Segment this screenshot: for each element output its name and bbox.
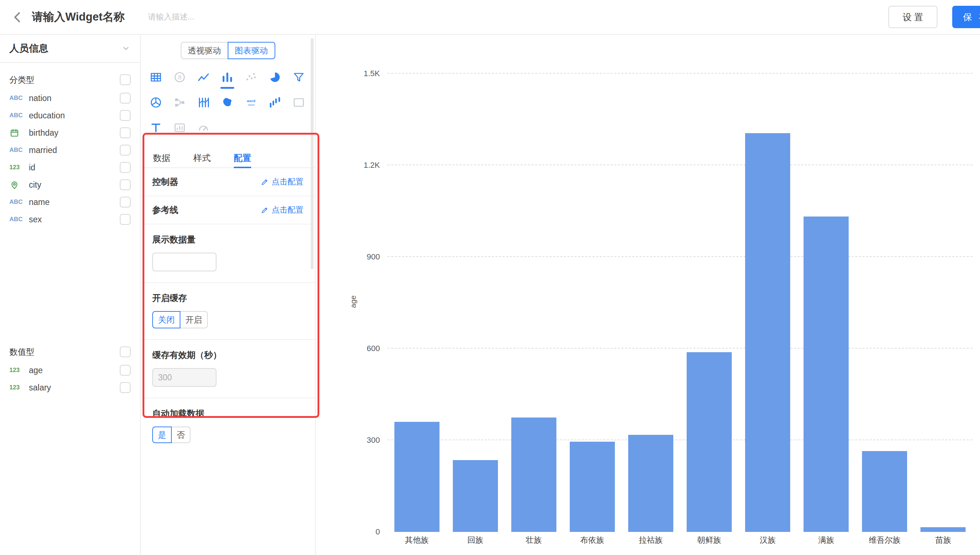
- field-row-birthday[interactable]: birthday: [0, 124, 140, 141]
- bar-其他族[interactable]: [394, 422, 439, 532]
- field-row-nation[interactable]: ABC nation: [0, 90, 140, 107]
- y-tick-label: 600: [367, 344, 380, 353]
- chevron-left-icon: [11, 10, 24, 24]
- field-row-name[interactable]: ABC name: [0, 193, 140, 211]
- dataset-header[interactable]: 人员信息: [0, 35, 140, 63]
- tab-config[interactable]: 配置: [234, 149, 251, 167]
- bar-拉祜族[interactable]: [628, 435, 673, 532]
- rose-chart-icon[interactable]: [148, 95, 164, 111]
- save-button[interactable]: 保 存: [952, 6, 980, 28]
- bar-壮族[interactable]: [511, 417, 556, 532]
- waterfall-chart-icon[interactable]: [267, 95, 283, 111]
- cache-ttl-input[interactable]: [152, 368, 216, 387]
- bar-朝鲜族[interactable]: [687, 352, 732, 532]
- auto-load-toggle-group: 是 否: [152, 427, 191, 443]
- field-row-id[interactable]: 123 id: [0, 159, 140, 176]
- string-field-icon: ABC: [10, 146, 29, 154]
- y-tick-label: 1.2K: [364, 160, 380, 170]
- bar-chart-icon[interactable]: [219, 69, 235, 85]
- text-chart-icon[interactable]: [148, 120, 164, 136]
- auto-load-no-button[interactable]: 否: [171, 427, 191, 443]
- field-checkbox[interactable]: [120, 382, 131, 393]
- field-list: 分类型 ABC nation ABC education birthday AB…: [0, 63, 140, 396]
- iframe-chart-icon[interactable]: [291, 95, 307, 111]
- cache-ttl-label: 缓存有效期（秒）: [152, 349, 303, 361]
- scatter-chart-icon[interactable]: [243, 69, 259, 85]
- group-checkbox[interactable]: [120, 346, 131, 357]
- svg-text:8: 8: [178, 74, 181, 80]
- pivot-driver-button[interactable]: 透视驱动: [181, 42, 228, 59]
- chevron-down-icon[interactable]: [121, 44, 131, 53]
- parallel-chart-icon[interactable]: [195, 95, 211, 111]
- gauge-chart-icon[interactable]: [195, 120, 211, 136]
- field-name: city: [29, 180, 42, 190]
- field-row-city[interactable]: city: [0, 176, 140, 193]
- field-name: married: [29, 146, 57, 155]
- field-checkbox[interactable]: [120, 145, 131, 156]
- x-axis-label: 朝鲜族: [680, 535, 738, 545]
- cache-on-button[interactable]: 开启: [180, 311, 208, 328]
- chart-driver-button[interactable]: 图表驱动: [228, 42, 275, 59]
- tab-data[interactable]: 数据: [153, 149, 170, 167]
- bar-苗族[interactable]: [921, 527, 966, 532]
- panel-tabs: 数据 样式 配置: [141, 149, 315, 168]
- bar-布依族[interactable]: [570, 442, 615, 532]
- group-label: 分类型: [10, 74, 34, 85]
- cache-label: 开启缓存: [152, 292, 303, 304]
- field-row-married[interactable]: ABC married: [0, 141, 140, 159]
- table-chart-icon[interactable]: [148, 69, 164, 85]
- field-row-sex[interactable]: ABC sex: [0, 211, 140, 228]
- sankey-chart-icon[interactable]: [172, 95, 187, 111]
- number-field-icon: 123: [10, 384, 29, 391]
- x-axis-label: 维吾尔族: [855, 535, 914, 545]
- field-row-age[interactable]: 123 age: [0, 362, 140, 379]
- panel-scrollbar-thumb[interactable]: [311, 38, 314, 269]
- x-axis-label: 回族: [446, 535, 504, 545]
- controller-configure-link[interactable]: 点击配置: [261, 176, 303, 187]
- field-name: age: [29, 366, 43, 375]
- field-checkbox[interactable]: [120, 197, 131, 207]
- field-checkbox[interactable]: [120, 93, 131, 104]
- group-checkbox[interactable]: [120, 74, 131, 85]
- bar-回族[interactable]: [453, 460, 498, 532]
- field-checkbox[interactable]: [120, 365, 131, 375]
- tab-style[interactable]: 样式: [194, 149, 211, 167]
- field-name: salary: [29, 383, 51, 393]
- widget-name-input[interactable]: [32, 10, 140, 24]
- display-count-input[interactable]: [152, 253, 216, 271]
- reference-line-configure-label: 点击配置: [272, 205, 303, 215]
- field-checkbox[interactable]: [120, 180, 131, 190]
- cache-toggle-section: 开启缓存 关闭 开启: [141, 283, 315, 340]
- china-map-chart-icon[interactable]: [219, 95, 235, 111]
- reference-line-configure-link[interactable]: 点击配置: [261, 205, 303, 215]
- field-row-education[interactable]: ABC education: [0, 107, 140, 124]
- auto-load-yes-button[interactable]: 是: [152, 427, 172, 443]
- x-labels: 其他族回族壮族布依族拉祜族朝鲜族汉族满族维吾尔族苗族: [388, 535, 972, 545]
- y-tick-label: 0: [376, 527, 380, 537]
- cache-off-button[interactable]: 关闭: [152, 311, 180, 328]
- widget-description-input[interactable]: [148, 12, 256, 22]
- chart-preview-area: age 03006009001.2K1.5K 其他族回族壮族布依族拉祜族朝鲜族汉…: [316, 35, 980, 555]
- field-checkbox[interactable]: [120, 110, 131, 121]
- field-name: sex: [29, 215, 42, 225]
- word-cloud-chart-icon[interactable]: wordcloud: [243, 95, 259, 111]
- funnel-chart-icon[interactable]: [291, 69, 307, 85]
- reference-line-label: 参考线: [152, 204, 178, 216]
- back-button[interactable]: [10, 9, 26, 25]
- field-checkbox[interactable]: [120, 214, 131, 225]
- bar-汉族[interactable]: [745, 133, 790, 532]
- bar-维吾尔族[interactable]: [862, 451, 907, 532]
- settings-button[interactable]: 设 置: [888, 6, 937, 28]
- field-checkbox[interactable]: [120, 127, 131, 138]
- x-axis-label: 满族: [797, 535, 855, 545]
- bar-满族[interactable]: [804, 217, 849, 532]
- kpi-chart-icon[interactable]: [172, 120, 187, 136]
- line-chart-icon[interactable]: [195, 69, 211, 85]
- field-checkbox[interactable]: [120, 162, 131, 173]
- controller-row: 控制器 点击配置: [141, 168, 315, 196]
- field-row-salary[interactable]: 123 salary: [0, 379, 140, 396]
- dataset-title: 人员信息: [10, 42, 48, 55]
- circle-metric-chart-icon[interactable]: 8: [172, 69, 187, 85]
- controller-label: 控制器: [152, 176, 178, 188]
- pie-chart-icon[interactable]: [267, 69, 283, 85]
